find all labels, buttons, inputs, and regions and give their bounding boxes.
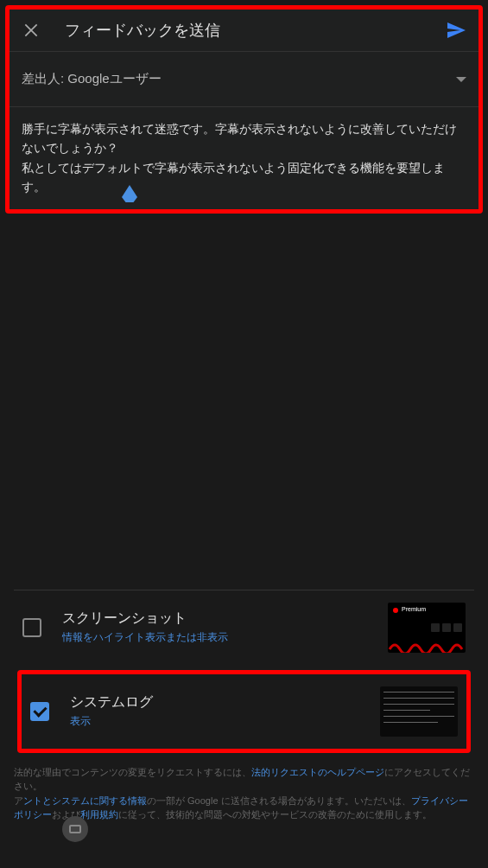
- log-line: [383, 716, 454, 717]
- mini-box: [431, 623, 440, 632]
- screenshot-label-group: スクリーンショット 情報をハイライト表示または非表示: [62, 610, 388, 645]
- feedback-textarea[interactable]: 勝手に字幕が表示されて迷惑です。字幕が表示されないように改善していただけないでし…: [10, 107, 478, 209]
- sender-label: 差出人: Googleユーザー: [22, 71, 162, 87]
- log-line: [383, 722, 438, 723]
- screenshot-attachment-row: スクリーンショット 情報をハイライト表示または非表示 Premium: [14, 590, 474, 665]
- log-line: [383, 710, 430, 711]
- systemlog-label-group: システムログ 表示: [70, 693, 380, 729]
- legal-text-part: は、: [392, 795, 411, 806]
- nav-pill-icon[interactable]: [62, 816, 88, 842]
- mini-box: [453, 623, 462, 632]
- premium-label: Premium: [402, 606, 426, 612]
- header: フィードバックを送信: [10, 10, 478, 52]
- screenshot-thumbnail[interactable]: Premium: [388, 603, 466, 653]
- attachments-section: スクリーンショット 情報をハイライト表示または非表示 Premium: [5, 590, 483, 753]
- chevron-down-icon: [456, 77, 466, 82]
- systemlog-attachment-row: システムログ 表示: [22, 674, 466, 749]
- send-icon[interactable]: [446, 20, 466, 41]
- screenshot-subtitle-link[interactable]: 情報をハイライト表示または非表示: [62, 630, 388, 645]
- feedback-text-content: 勝手に字幕が表示されて迷惑です。字幕が表示されないように改善していただけないでし…: [22, 122, 457, 194]
- log-line: [383, 692, 454, 692]
- systemlog-highlighted: システムログ 表示: [17, 670, 471, 753]
- nav-pill-inner-icon: [69, 825, 81, 833]
- systemlog-thumbnail[interactable]: [380, 686, 458, 737]
- log-line: [383, 704, 454, 705]
- log-line: [383, 698, 454, 699]
- screenshot-title: スクリーンショット: [62, 610, 388, 628]
- youtube-icon: [393, 608, 398, 613]
- mini-box: [442, 623, 451, 632]
- page-title: フィードバックを送信: [65, 20, 446, 41]
- sender-dropdown[interactable]: 差出人: Googleユーザー: [10, 52, 478, 107]
- systemlog-title: システムログ: [70, 693, 380, 712]
- legal-text-part: の一部が Google に送信される場合があります。いただい: [147, 795, 392, 806]
- systemlog-checkbox[interactable]: [30, 702, 49, 721]
- text-cursor-handle[interactable]: [122, 185, 137, 202]
- legal-text-part: ア: [14, 795, 23, 806]
- legal-text-part: に従って、技術的な問題への対処やサービスの改善のために使用します。: [118, 809, 432, 820]
- account-system-info-link[interactable]: ントとシステムに関する情報: [23, 795, 147, 806]
- systemlog-subtitle-link[interactable]: 表示: [70, 714, 380, 729]
- spacer: [5, 222, 483, 590]
- legal-help-link[interactable]: 法的リクエストのヘルプページ: [251, 767, 384, 777]
- terms-link[interactable]: 利用規約: [80, 809, 118, 820]
- legal-text-part: 法的な理由でコンテンツの変更をリクエストするには、: [14, 767, 251, 777]
- screenshot-checkbox[interactable]: [22, 618, 41, 637]
- feedback-form-highlighted: フィードバックを送信 差出人: Googleユーザー 勝手に字幕が表示されて迷惑…: [5, 5, 483, 214]
- scribble-icon: [388, 637, 466, 653]
- close-icon[interactable]: [22, 21, 41, 40]
